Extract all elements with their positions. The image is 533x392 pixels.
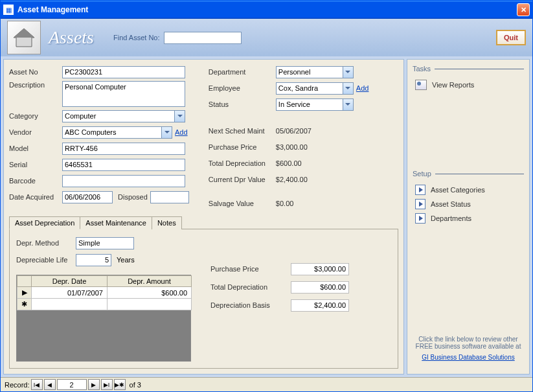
total-depr-label: Total Depreciation	[209, 159, 273, 167]
nav-next-button[interactable]: ▶	[88, 379, 100, 390]
depr-life-label: Depreciable Life	[16, 256, 73, 264]
find-asset-input[interactable]	[164, 32, 242, 44]
play-icon	[415, 213, 425, 224]
date-acquired-input[interactable]	[62, 191, 113, 203]
depr-left: Depr. Method Depreciable Life Years Depr…	[16, 236, 191, 362]
chevron-down-icon[interactable]	[343, 83, 353, 94]
header-bar: Assets Find Asset No: Quit	[1, 19, 532, 56]
cell-depr-date[interactable]: 01/07/2007	[32, 287, 108, 299]
depr-right: Purchase Price $3,000.00 Total Depreciat…	[210, 236, 349, 362]
main-panel: Asset No Description Category Vendor	[3, 59, 404, 375]
sidebar-item-asset-status[interactable]: Asset Status	[413, 197, 524, 211]
chevron-down-icon[interactable]	[174, 111, 185, 122]
form-col-right: Department Employee Add Status Next Sche…	[209, 65, 369, 211]
nav-new-button[interactable]: ▶✱	[114, 379, 126, 390]
sidebar-item-asset-categories[interactable]: Asset Categories	[413, 183, 524, 197]
disposed-label: Disposed	[118, 193, 148, 201]
find-asset-group: Find Asset No:	[113, 32, 242, 44]
table-row[interactable]: ▶ 01/07/2007 $600.00	[17, 287, 192, 299]
nav-last-button[interactable]: ▶I	[101, 379, 113, 390]
description-input[interactable]	[62, 81, 185, 107]
sidebar-item-label: View Reports	[432, 81, 474, 89]
db-label: Depreciation Basis	[210, 301, 288, 309]
years-label: Years	[117, 256, 135, 264]
sidebar-item-label: Asset Categories	[431, 186, 485, 194]
nav-first-button[interactable]: I◀	[31, 379, 43, 390]
department-combo[interactable]	[276, 66, 354, 78]
next-maint-label: Next Sched Maint	[209, 127, 273, 135]
chevron-down-icon[interactable]	[161, 127, 172, 138]
asset-no-input[interactable]	[62, 66, 185, 78]
sidebar: Tasks View Reports Setup Asset Categorie…	[407, 59, 530, 375]
grid-corner[interactable]	[17, 276, 32, 287]
salvage-value: $0.00	[276, 200, 341, 207]
sidebar-item-view-reports[interactable]: View Reports	[413, 78, 524, 92]
model-label: Model	[9, 144, 60, 152]
disposed-input[interactable]	[150, 191, 189, 203]
pp-label: Purchase Price	[210, 265, 288, 273]
barcode-input[interactable]	[62, 175, 185, 187]
date-acquired-label: Date Acquired	[9, 193, 60, 201]
play-icon	[415, 185, 425, 195]
form-grid: Asset No Description Category Vendor	[9, 65, 398, 211]
salvage-label: Salvage Value	[209, 200, 273, 207]
next-maint-value: 05/06/2007	[276, 127, 341, 135]
depr-method-input[interactable]	[76, 237, 134, 249]
tasks-title: Tasks	[413, 65, 524, 73]
employee-label: Employee	[209, 84, 273, 92]
sidebar-item-departments[interactable]: Departments	[413, 211, 524, 225]
sidebar-item-label: Departments	[431, 214, 471, 222]
new-row-icon[interactable]: ✱	[17, 299, 32, 310]
model-input[interactable]	[62, 143, 185, 155]
depr-life-input[interactable]	[76, 254, 111, 266]
window-title: Asset Management	[17, 5, 517, 14]
play-icon	[415, 199, 425, 209]
category-combo[interactable]	[62, 110, 185, 122]
vendor-add-link[interactable]: Add	[175, 128, 188, 136]
serial-label: Serial	[9, 161, 60, 168]
employee-add-link[interactable]: Add	[356, 84, 369, 92]
record-number[interactable]: 2	[57, 379, 87, 390]
svg-marker-1	[14, 29, 34, 38]
description-label: Description	[9, 81, 60, 89]
category-label: Category	[9, 112, 60, 120]
form-col-left: Asset No Description Category Vendor	[9, 65, 189, 211]
employee-combo[interactable]	[276, 82, 354, 95]
cell-depr-amount[interactable]: $600.00	[107, 287, 191, 299]
footer-text: Click the link below to review other FRE…	[416, 336, 521, 350]
tab-maintenance[interactable]: Asset Maintenance	[80, 216, 152, 229]
total-depr-value: $600.00	[276, 159, 341, 167]
row-selector-icon[interactable]: ▶	[17, 287, 32, 299]
nav-prev-button[interactable]: ◀	[44, 379, 56, 390]
chevron-down-icon[interactable]	[343, 99, 353, 110]
quit-button[interactable]: Quit	[496, 30, 526, 45]
vendor-combo[interactable]	[62, 126, 172, 139]
depr-grid[interactable]: Depr. Date Depr. Amount ▶ 01/07/2007 $60…	[16, 275, 191, 362]
tab-content: Depr. Method Depreciable Life Years Depr…	[9, 229, 398, 369]
serial-input[interactable]	[62, 159, 185, 171]
col-depr-amount[interactable]: Depr. Amount	[107, 276, 191, 287]
td-label: Total Depreciation	[210, 283, 288, 291]
page-title: Assets	[49, 27, 94, 48]
vendor-label: Vendor	[9, 128, 60, 136]
close-button[interactable]: ✕	[517, 3, 530, 16]
status-label: Status	[209, 100, 273, 108]
status-combo[interactable]	[276, 98, 354, 111]
db-value: $2,400.00	[291, 299, 349, 312]
chevron-down-icon[interactable]	[343, 67, 353, 78]
curr-dpr-label: Current Dpr Value	[209, 176, 273, 183]
depr-method-label: Depr. Method	[16, 239, 73, 247]
footer-link[interactable]: GI Business Database Solutions	[413, 354, 524, 361]
app-icon: ▦	[3, 5, 14, 15]
barcode-label: Barcode	[9, 177, 60, 185]
table-row-new[interactable]: ✱	[17, 299, 192, 310]
record-of-label: of 3	[130, 381, 141, 389]
col-depr-date[interactable]: Depr. Date	[32, 276, 108, 287]
tab-depreciation[interactable]: Asset Depreciation	[9, 216, 80, 229]
tab-notes[interactable]: Notes	[152, 216, 182, 229]
report-icon	[415, 80, 427, 90]
record-label: Record:	[5, 381, 30, 389]
record-navigator: Record: I◀ ◀ 2 ▶ ▶I ▶✱ of 3	[1, 377, 532, 391]
content-area: Asset No Description Category Vendor	[1, 56, 532, 377]
purchase-price-label: Purchase Price	[209, 143, 273, 151]
